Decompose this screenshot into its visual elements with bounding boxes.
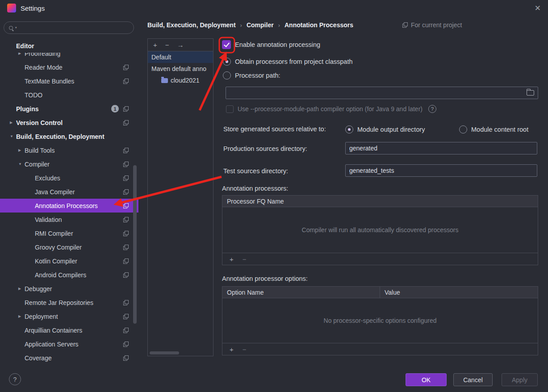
cancel-button[interactable]: Cancel [453,373,493,386]
option-name-header: Option Name [222,287,380,298]
help-icon[interactable]: ? [428,105,436,113]
chevron-icon[interactable] [10,135,16,138]
production-sources-label: Production sources directory: [223,145,307,152]
sidebar-item[interactable]: Plugins 1 [0,102,138,116]
copy-settings-icon [123,120,129,125]
sidebar-scrollbar[interactable] [133,165,137,324]
profile-list-item[interactable]: Default [148,51,213,63]
project-scope-icon [402,22,408,28]
chevron-icon[interactable] [18,287,25,291]
sidebar-item-label: TextMate Bundles [25,78,74,85]
module-path-option-row: Use --processor-module-path compiler opt… [226,104,436,114]
production-sources-input[interactable] [345,142,537,154]
module-output-radio[interactable] [345,125,353,133]
sidebar-item[interactable]: Groovy Compiler [0,240,138,254]
module-content-row: Module content root [459,125,528,134]
enable-annotation-label: Enable annotation processing [235,41,320,48]
sidebar-item[interactable]: Coverage [0,351,138,365]
browse-folder-icon[interactable] [527,90,534,96]
sidebar-item-label: Android Compilers [35,271,86,279]
options-table-toolbar: + − [222,343,538,355]
processor-path-radio[interactable] [223,71,231,79]
sidebar-item[interactable]: Excludes [0,171,138,185]
profiles-horizontal-scrollbar[interactable] [150,351,179,354]
scope-label: For current project [411,21,462,29]
sidebar-item[interactable]: Debugger [0,282,138,296]
sidebar-item[interactable]: Deployment [0,309,138,323]
chevron-icon[interactable] [18,149,25,152]
copy-settings-icon [123,342,129,347]
copy-settings-icon [123,148,129,153]
sidebar-item[interactable]: Version Control [0,116,138,129]
copy-settings-icon [123,203,129,209]
sidebar-item[interactable]: Java Compiler [0,185,138,199]
obtain-processors-radio[interactable] [223,58,231,66]
sidebar-item[interactable]: Annotation Processors [0,199,138,213]
profile-list-item[interactable]: Maven default anno [148,63,213,75]
move-profile-icon[interactable]: → [177,42,184,48]
copy-settings-icon [123,106,129,112]
sidebar-item[interactable]: Reader Mode [0,60,138,74]
copy-settings-icon [123,328,129,333]
sidebar-item[interactable]: Build, Execution, Deployment [0,129,138,143]
sidebar-item[interactable]: RMI Compiler [0,226,138,240]
sidebar-item[interactable]: TODO [0,88,138,102]
sidebar-item-label: Remote Jar Repositories [25,299,93,306]
sidebar-item[interactable]: TextMate Bundles [0,74,138,88]
profile-label: Maven default anno [151,65,206,72]
remove-processor-icon[interactable]: − [243,256,247,263]
profile-list-item[interactable]: cloud2021 [148,75,213,86]
test-sources-input[interactable] [345,164,537,177]
module-icon [161,78,168,83]
ok-button[interactable]: OK [406,373,447,386]
sidebar-item[interactable]: Validation [0,213,138,226]
options-table-header: Option Name Value [222,287,538,298]
title-bar: Settings ✕ [0,0,548,16]
settings-tree-panel: Editor Proofreading Reader Mode [0,16,138,366]
processor-path-input[interactable] [226,87,538,99]
sidebar-item-label: Reader Mode [25,64,63,71]
breadcrumb-item[interactable]: Compiler [247,21,274,29]
copy-settings-icon [123,217,129,222]
remove-option-icon[interactable]: − [243,346,247,353]
add-processor-icon[interactable]: + [230,256,234,263]
module-content-label: Module content root [471,126,528,133]
sidebar-item-label: Coverage [25,354,52,362]
sidebar-item[interactable]: Build Tools [0,143,138,157]
sidebar-item[interactable]: Remote Jar Repositories [0,296,138,309]
sidebar-item[interactable]: Arquillian Containers [0,323,138,337]
close-icon[interactable]: ✕ [535,4,541,12]
annotation-processors-table: Processor FQ Name Compiler will run all … [222,195,538,265]
add-profile-icon[interactable]: + [153,42,157,48]
sidebar-item-label: Version Control [16,119,63,126]
module-content-radio[interactable] [459,125,467,133]
scope-selector[interactable]: For current project [402,21,462,29]
sidebar-item-label: Excludes [35,175,60,182]
remove-profile-icon[interactable]: − [165,42,169,48]
copy-settings-icon [123,300,129,305]
sidebar-item[interactable]: Application Servers [0,337,138,351]
chevron-icon[interactable] [18,315,25,318]
chevron-icon[interactable] [18,163,25,166]
add-option-icon[interactable]: + [230,346,234,353]
chevron-icon[interactable] [10,121,16,125]
enable-annotation-checkbox[interactable] [222,40,231,49]
profiles-list: Default Maven default anno cloud2021 [148,51,213,86]
breadcrumb-item[interactable]: Build, Execution, Deployment [147,21,236,29]
processor-fq-name-header: Processor FQ Name [222,198,289,205]
plugins-count-badge: 1 [111,105,119,113]
sidebar-item[interactable]: Compiler [0,157,138,171]
sidebar-item[interactable]: Editor [0,39,138,53]
sidebar-item[interactable]: Android Compilers [0,268,138,282]
module-path-checkbox[interactable] [226,105,234,113]
sidebar-item-label: Debugger [25,285,52,292]
processor-path-label: Processor path: [235,72,280,79]
copy-settings-icon [123,272,129,278]
apply-button[interactable]: Apply [502,373,538,386]
help-button[interactable]: ? [9,373,21,385]
processor-options-table: Option Name Value No processor-specific … [222,286,538,355]
obtain-processors-row: Obtain processors from project classpath [223,57,353,67]
profiles-panel: + − → Default Maven default anno cloud20… [147,38,213,356]
sidebar-item[interactable]: Kotlin Compiler [0,254,138,268]
breadcrumb-item[interactable]: Annotation Processors [284,21,353,29]
